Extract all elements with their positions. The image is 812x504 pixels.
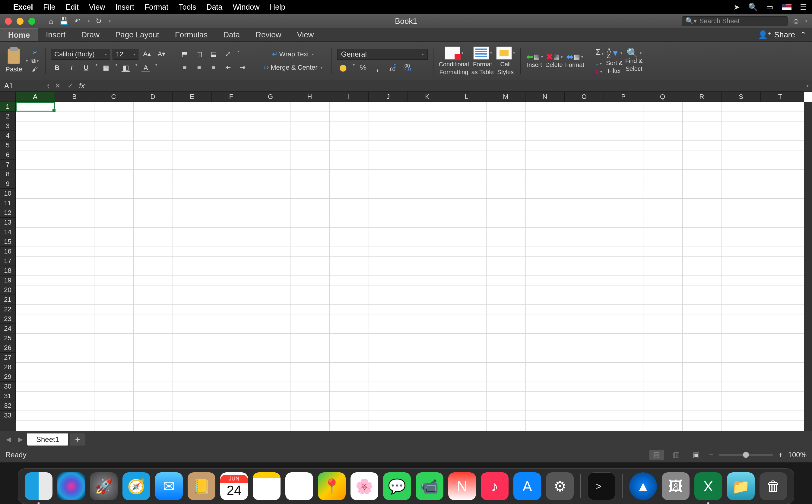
column-header-I[interactable]: I: [329, 92, 368, 102]
row-header-31[interactable]: 31: [0, 391, 16, 401]
dock-finder-icon[interactable]: [25, 472, 52, 500]
column-header-A[interactable]: A: [16, 92, 55, 102]
borders-dropdown[interactable]: ▾: [115, 63, 117, 73]
menu-data[interactable]: Data: [207, 3, 223, 11]
zoom-in-button[interactable]: +: [779, 451, 783, 459]
row-header-23[interactable]: 23: [0, 314, 16, 324]
row-header-27[interactable]: 27: [0, 353, 16, 362]
tab-insert[interactable]: Insert: [38, 28, 73, 41]
window-zoom-button[interactable]: [28, 18, 35, 25]
row-header-5[interactable]: 5: [0, 140, 16, 150]
column-header-N[interactable]: N: [526, 92, 565, 102]
row-header-10[interactable]: 10: [0, 189, 16, 198]
row-header-17[interactable]: 17: [0, 256, 16, 266]
tab-home[interactable]: Home: [0, 28, 38, 41]
row-header-25[interactable]: 25: [0, 333, 16, 343]
qat-customize-dropdown[interactable]: ▾: [109, 19, 111, 23]
find-select-button[interactable]: 🔍▾ Find & Select: [625, 50, 643, 72]
collapse-ribbon-icon[interactable]: ⌃: [800, 30, 807, 39]
dock-terminal-icon[interactable]: >_: [588, 472, 615, 500]
dock-launchpad-icon[interactable]: 🚀: [90, 472, 118, 500]
bold-button[interactable]: B: [51, 63, 63, 73]
column-header-J[interactable]: J: [368, 92, 408, 102]
sheet-nav-next-icon[interactable]: ▶: [15, 436, 25, 443]
format-painter-icon[interactable]: 🖌: [30, 66, 40, 73]
fill-color-icon[interactable]: ◧: [120, 63, 132, 73]
column-header-F[interactable]: F: [212, 92, 251, 102]
row-header-1[interactable]: 1: [0, 102, 16, 112]
enter-formula-icon[interactable]: ✓: [64, 82, 77, 90]
menu-file[interactable]: File: [43, 3, 55, 11]
decrease-indent-icon[interactable]: ⇤: [222, 62, 234, 73]
row-header-11[interactable]: 11: [0, 198, 16, 208]
comma-format-icon[interactable]: ,: [371, 63, 384, 73]
format-cells-button[interactable]: ⬌▦▾ Format: [565, 54, 584, 68]
sort-filter-button[interactable]: AZ▼▾ Sort & Filter: [606, 48, 623, 74]
tab-page-layout[interactable]: Page Layout: [107, 28, 167, 41]
row-header-8[interactable]: 8: [0, 169, 16, 179]
column-header-B[interactable]: B: [55, 92, 94, 102]
paste-dropdown[interactable]: ▾: [26, 59, 28, 63]
column-header-E[interactable]: E: [172, 92, 212, 102]
tab-review[interactable]: Review: [248, 28, 289, 41]
column-header-R[interactable]: R: [682, 92, 722, 102]
row-header-29[interactable]: 29: [0, 372, 16, 382]
row-header-20[interactable]: 20: [0, 285, 16, 295]
fill-color-dropdown[interactable]: ▾: [135, 63, 137, 73]
row-header-12[interactable]: 12: [0, 208, 16, 218]
row-header-28[interactable]: 28: [0, 362, 16, 372]
row-header-30[interactable]: 30: [0, 382, 16, 391]
clear-icon[interactable]: ◇▾: [596, 68, 604, 74]
dock-messages-icon[interactable]: 💬: [383, 472, 411, 500]
add-sheet-button[interactable]: +: [70, 433, 85, 446]
emoji-icon[interactable]: ☺: [792, 17, 800, 26]
column-header-L[interactable]: L: [447, 92, 486, 102]
dock-reminders-icon[interactable]: ☰: [285, 472, 313, 500]
menubar-app-name[interactable]: Excel: [13, 3, 33, 11]
zoom-out-button[interactable]: −: [709, 451, 713, 459]
column-header-T[interactable]: T: [761, 92, 800, 102]
menu-tools[interactable]: Tools: [178, 3, 196, 11]
window-minimize-button[interactable]: [17, 18, 24, 25]
increase-indent-icon[interactable]: ⇥: [236, 62, 248, 73]
row-header-18[interactable]: 18: [0, 266, 16, 276]
sheet-nav-prev-icon[interactable]: ◀: [4, 436, 14, 443]
column-header-G[interactable]: G: [251, 92, 290, 102]
row-header-19[interactable]: 19: [0, 276, 16, 285]
row-header-3[interactable]: 3: [0, 121, 16, 131]
font-size-combo[interactable]: 12▾: [112, 49, 138, 60]
align-center-icon[interactable]: ≡: [193, 62, 205, 73]
dock-downloads-folder-icon[interactable]: 📁: [727, 472, 755, 500]
dock-mail-icon[interactable]: ✉: [155, 472, 183, 500]
menu-view[interactable]: View: [89, 3, 105, 11]
zoom-slider[interactable]: [719, 454, 773, 456]
dock-app-generic-icon[interactable]: ▲: [629, 472, 657, 500]
increase-font-icon[interactable]: A▴: [141, 49, 153, 59]
dock-contacts-icon[interactable]: 📒: [188, 472, 215, 500]
italic-button[interactable]: I: [65, 63, 77, 73]
align-left-icon[interactable]: ≡: [178, 62, 191, 73]
dock-calendar-icon[interactable]: JUN24: [220, 472, 248, 500]
row-header-4[interactable]: 4: [0, 131, 16, 140]
undo-dropdown[interactable]: ▾: [88, 19, 90, 23]
redo-icon[interactable]: ↻: [96, 17, 102, 25]
zoom-percent[interactable]: 100%: [788, 451, 807, 459]
sheet-tab-sheet1[interactable]: Sheet1: [27, 433, 68, 446]
row-header-9[interactable]: 9: [0, 179, 16, 189]
dock-appstore-icon[interactable]: A: [514, 472, 541, 500]
view-normal-icon[interactable]: ▦: [649, 450, 664, 460]
autosum-icon[interactable]: Σ▾: [596, 47, 604, 57]
row-header-14[interactable]: 14: [0, 227, 16, 237]
column-header-P[interactable]: P: [604, 92, 643, 102]
number-format-combo[interactable]: General▾: [337, 49, 428, 60]
dock-safari-icon[interactable]: 🧭: [122, 472, 150, 500]
column-header-D[interactable]: D: [133, 92, 172, 102]
home-icon[interactable]: ⌂: [49, 17, 53, 26]
decrease-decimal-icon[interactable]: .00→.0: [400, 63, 413, 73]
tab-view[interactable]: View: [289, 28, 322, 41]
row-header-33[interactable]: 33: [0, 411, 16, 420]
menu-edit[interactable]: Edit: [66, 3, 79, 11]
accounting-format-icon[interactable]: ⬤: [337, 63, 349, 73]
cancel-formula-icon[interactable]: ✕: [51, 82, 64, 90]
orientation-icon[interactable]: ⤢: [222, 49, 234, 59]
